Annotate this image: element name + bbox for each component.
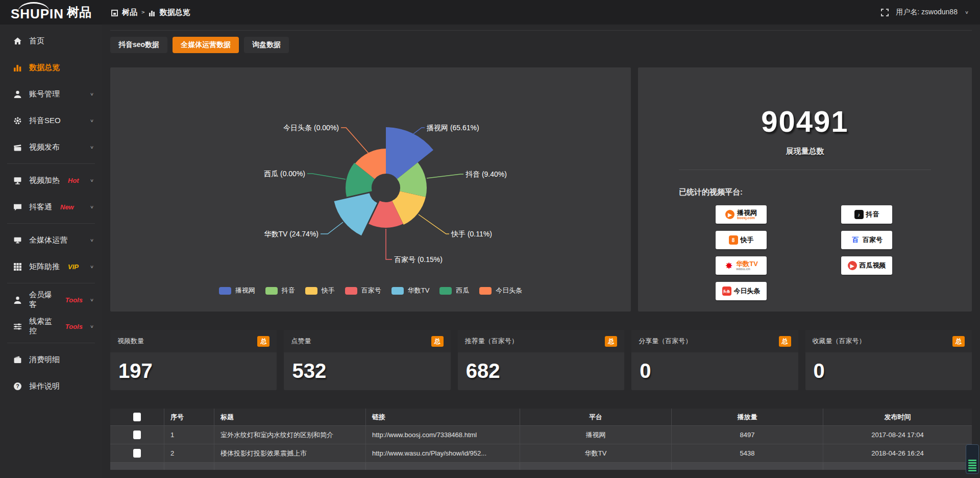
sidebar-divider [7,343,95,343]
legend-item[interactable]: 播视网 [219,286,255,295]
kuaishou-icon: 8 [729,235,738,245]
sidebar-divider [7,223,95,224]
impressions-total: 90491 [638,104,972,138]
username[interactable]: 用户名: zswodun88 [896,8,958,17]
legend-swatch [391,287,404,295]
sidebar-item-home[interactable]: 首页 [0,28,102,54]
sidebar-item-lead-monitor[interactable]: 线索监控 Tools ∨ [0,313,102,340]
question-circle-icon: ? [13,382,22,391]
leader-huashu-tv [321,222,343,234]
platforms-title: 已统计的视频平台: [679,187,972,197]
monitor-icon [13,236,22,245]
main-content: 抖音seo数据 全媒体运营数据 询盘数据 播视网 (65.61%) 抖音 (9.… [102,25,980,478]
cell-time: 2018-04-26 16:24 [823,444,972,462]
chat-bubble-icon [13,203,22,211]
sidebar-item-douyin-seo[interactable]: 抖音SEO ∨ [0,107,102,134]
clapperboard-icon [13,143,22,152]
bar-chart-icon [13,63,22,72]
leader-baijiahao [386,229,392,259]
sidebar-item-instructions[interactable]: ? 操作说明 [0,373,102,399]
user-chevron-down-icon[interactable]: ∨ [965,10,969,15]
legend-item[interactable]: 快手 [305,286,335,295]
legend-swatch [305,287,317,295]
card-value: 0 [805,352,972,383]
gear-icon [13,116,22,125]
card-value: 532 [284,352,450,383]
tab-douyin-seo-data[interactable]: 抖音seo数据 [110,37,167,53]
card-value: 197 [110,352,277,383]
cell-link[interactable]: http://www.boosj.com/7338468.html [366,426,520,444]
card-video-count: 视频数量 总 197 [110,330,277,390]
grid-icon [13,262,22,271]
total-badge: 总 [605,336,617,347]
cell-time: 2017-08-24 17:04 [823,426,972,444]
legend-swatch [439,287,452,295]
row-checkbox[interactable] [133,431,141,439]
select-all-checkbox[interactable] [133,413,141,421]
user-icon [13,296,22,304]
fullscreen-icon[interactable] [881,9,889,16]
row-checkbox[interactable] [133,449,141,458]
legend-item[interactable]: 抖音 [265,286,295,295]
tab-omnimedia-data[interactable]: 全媒体运营数据 [173,37,239,53]
platform-badge-huashu-tv: ✸ 华数TVwasu.cn [716,256,767,275]
total-badge: 总 [779,336,791,347]
card-value: 682 [458,352,624,383]
platform-share-chart-panel: 播视网 (65.61%) 抖音 (9.40%) 快手 (0.11%) 百家号 (… [110,67,631,312]
bar-chart-icon [149,9,155,16]
sidebar-divider [7,283,95,283]
pie-label-douyin: 抖音 (9.40%) [465,170,507,178]
chevron-down-icon: ∨ [90,237,94,243]
cell-title[interactable]: 室外水纹灯和室内水纹灯的区别和简介 [214,426,366,444]
new-badge: New [60,203,74,211]
total-badge: 总 [952,336,965,347]
leader-douyin [427,174,463,178]
col-title: 标题 [214,409,366,425]
col-time: 发布时间 [823,409,972,425]
tab-inquiry-data[interactable]: 询盘数据 [244,37,289,53]
card-likes: 点赞量 总 532 [284,330,450,390]
sidebar-item-account[interactable]: 账号管理 ∨ [0,81,102,107]
breadcrumb-current: 数据总览 [159,8,190,17]
app-logo: SHUPIN 树品 [0,0,102,25]
pie-label-xigua: 西瓜 (0.00%) [264,170,305,178]
pie-slice-huashu-tv[interactable] [334,193,377,235]
legend-item[interactable]: 今日头条 [479,286,522,295]
hot-badge: Hot [68,177,79,184]
impressions-total-label: 展现量总数 [638,147,972,156]
breadcrumb-root[interactable]: 树品 [122,8,137,17]
card-label: 视频数量 [117,337,144,346]
cell-num: 1 [164,426,214,444]
platform-badge-toutiao: 头条 今日头条 [716,282,767,300]
huashu-star-icon: ✸ [724,261,733,270]
breadcrumb: 树品 > 数据总览 [111,8,190,17]
sidebar-item-spending-detail[interactable]: 消费明细 [0,346,102,373]
pie-label-toutiao: 今日头条 (0.00%) [283,124,339,132]
sidebar-item-data-overview[interactable]: 数据总览 [0,54,102,81]
sidebar: 首页 数据总览 账号管理 ∨ 抖音SEO ∨ 视频发布 ∨ 视频加热 Hot ∨… [0,25,102,478]
battery-widget[interactable] [966,444,979,474]
sidebar-item-video-heat[interactable]: 视频加热 Hot ∨ [0,167,102,194]
card-value: 0 [631,352,798,383]
legend-item[interactable]: 华数TV [391,286,430,295]
card-label: 收藏量（百家号） [813,337,866,346]
cell-link[interactable]: http://www.wasu.cn/Play/show/id/952... [366,444,520,462]
chevron-down-icon: ∨ [90,178,94,183]
chevron-down-icon: ∨ [90,297,94,302]
cell-title[interactable]: 楼体投影灯投影效果震撼上市 [214,444,366,462]
total-badge: 总 [257,336,270,347]
sidebar-item-douketong[interactable]: 抖客通 New ∨ [0,194,102,220]
col-plays: 播放量 [672,409,823,425]
douyin-note-icon: ♪ [854,210,864,219]
sidebar-item-omnimedia[interactable]: 全媒体运营 ∨ [0,227,102,253]
chevron-down-icon: ∨ [90,118,94,123]
rose-pie-chart[interactable]: 播视网 (65.61%) 抖音 (9.40%) 快手 (0.11%) 百家号 (… [110,67,631,312]
sidebar-item-member-burst[interactable]: 会员爆客 Tools ∨ [0,286,102,313]
col-platform: 平台 [520,409,672,425]
legend-item[interactable]: 西瓜 [439,286,469,295]
logo-text-cn: 树品 [67,4,91,20]
legend-item[interactable]: 百家号 [345,286,381,295]
sidebar-item-video-publish[interactable]: 视频发布 ∨ [0,134,102,160]
chevron-down-icon: ∨ [90,91,94,97]
sidebar-item-matrix-boost[interactable]: 矩阵助推 VIP ∨ [0,253,102,280]
